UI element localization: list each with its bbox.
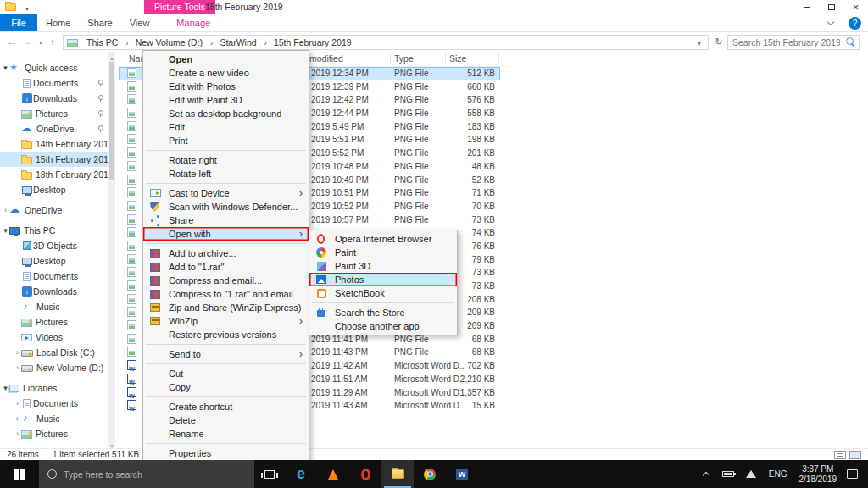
sidebar-item[interactable]: Desktop xyxy=(0,182,108,197)
sidebar-item[interactable]: Music xyxy=(0,411,108,426)
taskbar-app-button[interactable] xyxy=(381,460,414,488)
context-menu-item[interactable]: Restore previous versions xyxy=(143,328,309,341)
open-with-item[interactable]: Paint xyxy=(309,246,457,259)
ribbon-expand-icon[interactable] xyxy=(827,18,834,25)
sidebar-item[interactable]: Pictures xyxy=(0,426,108,441)
large-icons-view-button[interactable] xyxy=(849,451,861,459)
address-dropdown-icon[interactable] xyxy=(694,37,704,47)
search-icon[interactable] xyxy=(844,36,856,48)
context-menu-item[interactable]: Create a new video xyxy=(143,66,309,80)
open-with-item[interactable] xyxy=(312,302,454,303)
scrollbar-thumb[interactable] xyxy=(109,62,114,180)
sidebar-item[interactable]: Downloads xyxy=(0,284,108,299)
expander-chevron-icon[interactable] xyxy=(14,399,21,408)
back-button[interactable] xyxy=(5,35,19,48)
refresh-icon[interactable] xyxy=(713,35,725,48)
context-menu-item[interactable] xyxy=(146,150,306,151)
context-menu-item[interactable]: Properties xyxy=(143,446,309,460)
sidebar-item[interactable]: Documents xyxy=(0,269,108,284)
expander-chevron-icon[interactable] xyxy=(14,363,21,372)
context-menu-item[interactable] xyxy=(146,243,306,244)
expander-chevron-icon[interactable] xyxy=(2,206,9,214)
taskbar-search-input[interactable] xyxy=(64,469,216,480)
expander-chevron-icon[interactable] xyxy=(2,226,9,235)
context-menu-item[interactable]: Open with xyxy=(143,227,309,241)
sidebar-item[interactable]: Documents xyxy=(0,75,108,91)
context-menu-item[interactable]: Create shortcut xyxy=(143,400,309,413)
context-menu-item[interactable]: Zip and Share (WinZip Express) xyxy=(143,301,309,314)
open-with-item[interactable]: SketchBook xyxy=(309,286,457,300)
context-menu-item[interactable] xyxy=(146,183,306,184)
context-menu-item[interactable]: Scan with Windows Defender... xyxy=(143,200,309,214)
breadcrumb-item[interactable]: This PC xyxy=(81,37,131,47)
taskbar-app-button[interactable] xyxy=(285,460,317,488)
forward-button[interactable] xyxy=(20,35,34,48)
context-menu-item[interactable]: Open xyxy=(143,53,309,66)
start-button[interactable] xyxy=(0,460,39,488)
maximize-button[interactable] xyxy=(819,0,843,14)
context-menu-item[interactable]: Edit with Photos xyxy=(143,80,309,93)
open-with-item[interactable]: Choose another app xyxy=(309,319,457,333)
column-divider[interactable] xyxy=(498,53,499,64)
taskbar-search[interactable] xyxy=(39,460,254,488)
sidebar-item[interactable]: Pictures xyxy=(0,106,108,121)
address-bar[interactable]: This PC New Volume (D:) StarWind 15th Fe… xyxy=(63,35,709,50)
close-button[interactable] xyxy=(843,0,868,14)
open-with-item[interactable]: Opera Internet Browser xyxy=(309,232,457,246)
tab-view[interactable]: View xyxy=(121,14,159,31)
sidebar-item[interactable]: Music xyxy=(0,299,108,314)
context-menu-item[interactable]: Compress to "1.rar" and email xyxy=(143,287,309,301)
tab-file[interactable]: File xyxy=(0,14,37,31)
sidebar-item[interactable]: Pictures xyxy=(0,314,108,330)
column-header-type[interactable]: Type xyxy=(394,53,414,64)
network-icon[interactable] xyxy=(746,470,756,478)
tab-home[interactable]: Home xyxy=(37,14,79,31)
context-menu-item[interactable]: Add to archive... xyxy=(143,247,309,260)
sidebar-item[interactable]: Downloads xyxy=(0,91,108,106)
sidebar-item[interactable]: OneDrive xyxy=(0,202,108,218)
breadcrumb-item[interactable]: StarWind xyxy=(214,37,269,47)
sidebar-item[interactable]: Quick access xyxy=(0,60,108,75)
open-with-item[interactable]: Search the Store xyxy=(309,306,457,319)
taskbar-app-button[interactable] xyxy=(446,460,478,488)
context-menu-item[interactable] xyxy=(146,363,306,364)
taskbar-clock[interactable]: 3:37 PM 2/18/2019 xyxy=(799,464,837,485)
scroll-up-icon[interactable] xyxy=(108,52,115,60)
quick-access-toolbar-caret-icon[interactable] xyxy=(22,3,32,13)
battery-icon[interactable] xyxy=(722,471,734,477)
context-menu-item[interactable]: Edit with Paint 3D xyxy=(143,93,309,107)
sidebar-scrollbar[interactable] xyxy=(108,52,115,448)
context-menu-item[interactable]: Set as desktop background xyxy=(143,107,309,120)
sidebar-item[interactable]: New Volume (D:) xyxy=(0,360,108,375)
breadcrumb-item[interactable]: New Volume (D:) xyxy=(131,37,215,47)
context-menu-item[interactable]: Rename xyxy=(143,427,309,441)
context-menu-item[interactable]: Send to xyxy=(143,347,309,361)
context-menu-item[interactable]: Cast to Device xyxy=(143,186,309,200)
column-divider[interactable] xyxy=(390,53,391,64)
sidebar-item[interactable]: Desktop xyxy=(0,253,108,269)
column-divider[interactable] xyxy=(445,53,446,64)
hidden-icons-chevron-icon[interactable] xyxy=(703,472,709,479)
help-icon[interactable] xyxy=(849,17,861,30)
sidebar-item[interactable]: OneDrive xyxy=(0,121,108,136)
sidebar-item[interactable]: Local Disk (C:) xyxy=(0,345,108,360)
minimize-button[interactable] xyxy=(794,0,819,14)
taskbar-app-button[interactable] xyxy=(349,460,381,488)
taskbar-app-button[interactable] xyxy=(414,460,446,488)
expander-chevron-icon[interactable] xyxy=(14,430,21,438)
tab-manage[interactable]: Manage xyxy=(168,14,219,31)
sidebar-item[interactable]: Documents xyxy=(0,396,108,411)
sidebar-item[interactable]: 18th February 2019 xyxy=(0,167,108,182)
context-menu-item[interactable]: Share xyxy=(143,214,309,227)
open-with-item[interactable]: Photos xyxy=(309,273,457,286)
expander-chevron-icon[interactable] xyxy=(14,414,21,423)
context-menu-item[interactable]: Print xyxy=(143,134,309,147)
sidebar-item[interactable]: 3D Objects xyxy=(0,238,108,253)
breadcrumb-item[interactable]: 15th February 2019 xyxy=(269,37,353,47)
sidebar-item[interactable]: 14th February 2019 xyxy=(0,136,108,152)
context-menu-item[interactable]: Edit xyxy=(143,120,309,134)
expander-chevron-icon[interactable] xyxy=(14,348,21,357)
scroll-down-icon[interactable] xyxy=(108,440,115,448)
context-menu-item[interactable]: Rotate right xyxy=(143,153,309,167)
taskbar-app-button[interactable] xyxy=(317,460,349,488)
